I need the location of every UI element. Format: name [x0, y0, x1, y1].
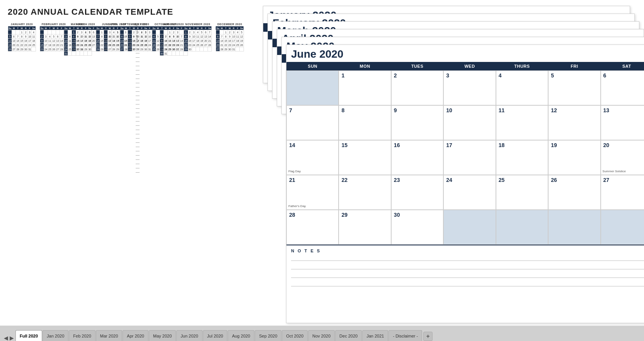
small-cal-title-oct: OCTOBER 2020 [152, 23, 180, 26]
june-cell-20: 20Summer Solstice [601, 140, 644, 175]
june-cell-28: 28 [286, 210, 339, 245]
june-cell-19: 19 [548, 140, 600, 175]
tab-mar-2020[interactable]: Mar 2020 [96, 330, 122, 341]
june-cell-empty-2 [443, 210, 496, 245]
small-cal-title-dec: DECEMBER 2020 [216, 23, 244, 26]
june-notes-label: N O T E S [291, 248, 644, 253]
tab-jan-2020[interactable]: Jan 2020 [43, 330, 68, 341]
june-cell-22: 22 [339, 175, 391, 210]
june-cell-25: 25 [496, 175, 548, 210]
june-cell-4: 4 [496, 70, 548, 105]
june-cell-17: 17 [443, 140, 496, 175]
tab-disclaimer[interactable]: - Disclaimer - [388, 330, 422, 341]
june-cell-3: 3 [443, 70, 496, 105]
tab-may-2020[interactable]: May 2020 [149, 330, 176, 341]
tab-oct-2020[interactable]: Oct 2020 [282, 330, 308, 341]
tab-nav-right[interactable]: ▶ [10, 335, 14, 341]
june-cell-29: 29 [339, 210, 391, 245]
june-cell-6: 6 [601, 70, 644, 105]
june-cell-23: 23 [391, 175, 443, 210]
large-cal-june-header: SUN MON TUES WED THURS FRI SAT [286, 62, 644, 70]
tab-nav-left[interactable]: ◀ [4, 335, 8, 341]
small-cal-title-jan: JANUARY 2020 [8, 23, 36, 26]
june-notes-line [291, 281, 644, 286]
large-cal-june: June 2020 SUN MON TUES WED THURS FRI SAT… [286, 45, 644, 323]
june-cell-7: 7 [286, 105, 339, 140]
large-calendars: January 2020 SUNMONTUESWEDTHURSFRISAT Fe… [263, 6, 638, 323]
june-notes-section: N O T E S [286, 245, 644, 290]
large-cal-june-title: June 2020 [286, 45, 644, 62]
spreadsheet-area: 2020 ANNUAL CALENDAR TEMPLATE JANUARY 20… [0, 0, 644, 325]
june-cell-empty-4 [548, 210, 600, 245]
june-cell-15: 15 [339, 140, 391, 175]
june-cell-empty-5 [601, 210, 644, 245]
june-cell-empty-3 [496, 210, 548, 245]
small-cal-nov: NOVEMBER 2020SuMTWRFSa123456789101112131… [184, 23, 212, 173]
small-cal-title-nov: NOVEMBER 2020 [184, 23, 212, 26]
june-cell-13: 13 [601, 105, 644, 140]
june-notes-line [291, 255, 644, 261]
small-cal-title-may: MAY 2020 [64, 23, 92, 26]
june-notes-line [291, 264, 644, 269]
tab-bar: ◀ ▶ Full 2020 Jan 2020 Feb 2020 Mar 2020… [0, 326, 644, 341]
small-cal-jan: JANUARY 2020SuMTWRFSa1234567891011121314… [8, 23, 36, 173]
june-cell-5: 5 [548, 70, 600, 105]
june-calendar-grid: 1 2 3 4 5 6 7 8 9 10 11 12 13 14Flag Day… [286, 70, 644, 245]
small-cal-sep: SEPTEMBER 2020SuMTWRFSa12345678910111213… [120, 23, 148, 173]
tab-dec-2020[interactable]: Dec 2020 [335, 330, 362, 341]
tab-jun-2020[interactable]: Jun 2020 [176, 330, 202, 341]
june-cell-26: 26 [548, 175, 600, 210]
june-notes-line [291, 272, 644, 278]
june-cell-11: 11 [496, 105, 548, 140]
june-cell-27: 27 [601, 175, 644, 210]
june-cell-14: 14Flag Day [286, 140, 339, 175]
tab-jul-2020[interactable]: Jul 2020 [203, 330, 228, 341]
june-cell-empty [286, 70, 339, 105]
tab-aug-2020[interactable]: Aug 2020 [228, 330, 254, 341]
tab-full-2020[interactable]: Full 2020 [15, 330, 42, 341]
june-cell-10: 10 [443, 105, 496, 140]
june-cell-16: 16 [391, 140, 443, 175]
tab-sep-2020[interactable]: Sep 2020 [255, 330, 281, 341]
june-cell-8: 8 [339, 105, 391, 140]
june-notes-lines [291, 255, 644, 286]
small-cal-title-sep: SEPTEMBER 2020 [120, 23, 148, 26]
small-cal-oct: OCTOBER 2020SuMTWRFSa1234567891011121314… [152, 23, 180, 173]
small-cal-dec: DECEMBER 2020SuMTWRFSa123456789101112131… [216, 23, 244, 173]
june-cell-18: 18 [496, 140, 548, 175]
tab-nov-2020[interactable]: Nov 2020 [308, 330, 335, 341]
tab-jan-2021[interactable]: Jan 2021 [362, 330, 388, 341]
june-cell-21: 21Father's Day [286, 175, 339, 210]
tab-feb-2020[interactable]: Feb 2020 [69, 330, 95, 341]
small-cal-may: MAY 2020SuMTWRFSa12345678910111213141516… [64, 23, 92, 173]
june-cell-2: 2 [391, 70, 443, 105]
june-cell-30: 30 [391, 210, 443, 245]
tab-add-button[interactable]: + [423, 332, 433, 341]
june-cell-24: 24 [443, 175, 496, 210]
june-cell-12: 12 [548, 105, 600, 140]
tab-apr-2020[interactable]: Apr 2020 [123, 330, 148, 341]
june-cell-1: 1 [339, 70, 391, 105]
june-cell-9: 9 [391, 105, 443, 140]
